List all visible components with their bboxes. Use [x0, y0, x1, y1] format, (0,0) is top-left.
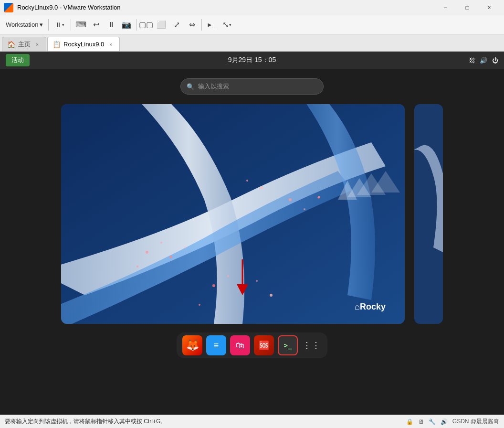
appgrid-icon: ⋮⋮: [303, 340, 321, 351]
wallpaper-container: ⌂Rocky: [0, 99, 504, 329]
svg-point-12: [289, 198, 292, 201]
gnome-dock: 🦊 ≡ 🛍 🆘 >_ ⋮⋮: [0, 329, 504, 362]
svg-point-6: [212, 284, 215, 287]
window-controls: − □ ×: [434, 0, 500, 15]
toolbar-separator-3: [136, 19, 136, 31]
dock-container: 🦊 ≡ 🛍 🆘 >_ ⋮⋮: [177, 332, 327, 358]
activities-button[interactable]: 活动: [6, 54, 30, 66]
files-icon: ≡: [214, 341, 219, 351]
home-tab-close[interactable]: ×: [33, 41, 41, 48]
network-icon: ⛓: [469, 57, 475, 64]
side-wallpaper-svg: [414, 104, 443, 324]
revert-icon: ↩: [93, 20, 99, 29]
svg-point-4: [184, 246, 186, 248]
lock-icon: 🔒: [406, 418, 413, 425]
home-tab-icon: 🏠: [7, 41, 15, 48]
user-label: GSDN @晨晨酱奇: [452, 417, 499, 426]
title-bar: RockyLinux9.0 - VMware Workstation − □ ×: [0, 0, 504, 15]
dock-appgrid[interactable]: ⋮⋮: [302, 335, 322, 355]
suspend-icon: ⏸: [107, 21, 115, 29]
tab-bar: 🏠 主页 × 📋 RockyLinux9.0 ×: [0, 34, 504, 52]
gnome-systray: ⛓ 🔊 ⏻: [469, 57, 498, 64]
software-icon: 🛍: [236, 341, 244, 351]
terminal-view-icon: ▶_: [208, 21, 216, 28]
volume-status-icon: 🔊: [441, 418, 448, 425]
send-ctrl-alt-del-button[interactable]: ⌨: [74, 18, 88, 32]
minimize-button[interactable]: −: [434, 0, 456, 15]
toolbar-separator-1: [48, 19, 49, 31]
split-view-button[interactable]: ▢▢: [139, 18, 153, 32]
svg-marker-19: [237, 284, 248, 295]
gnome-search-area: 🔍 输入以搜索: [0, 69, 504, 99]
svg-point-14: [318, 196, 320, 199]
mirror-icon: ⇔: [189, 20, 195, 29]
fullscreen-button[interactable]: ⤡ ▾: [220, 18, 234, 32]
split-view-icon: ▢▢: [139, 20, 153, 29]
suspend-button[interactable]: ⏸: [104, 18, 118, 32]
snapshot-icon: 📷: [122, 20, 131, 29]
pause-button[interactable]: ⏸ ▾: [51, 18, 68, 32]
dock-help[interactable]: 🆘: [254, 335, 274, 355]
vm-content[interactable]: 活动 9月29日 15：05 ⛓ 🔊 ⏻ 🔍 输入以搜索: [0, 52, 504, 415]
svg-point-3: [170, 256, 172, 258]
svg-point-15: [246, 180, 248, 182]
svg-point-13: [304, 208, 305, 210]
svg-point-16: [260, 186, 263, 189]
search-placeholder: 输入以搜索: [198, 82, 229, 91]
stretch-button[interactable]: ⤢: [169, 18, 184, 32]
settings-icon: 🔧: [429, 418, 436, 425]
stretch-icon: ⤢: [174, 20, 180, 29]
dock-files[interactable]: ≡: [206, 335, 226, 355]
volume-icon: 🔊: [480, 57, 487, 64]
fullscreen-dropdown: ▾: [229, 22, 231, 27]
home-tab-label: 主页: [18, 40, 31, 49]
gnome-clock: 9月29日 15：05: [228, 56, 276, 64]
fit-button[interactable]: ⬜: [154, 18, 168, 32]
dock-software[interactable]: 🛍: [230, 335, 250, 355]
svg-point-5: [136, 266, 138, 268]
toolbar-separator-2: [71, 19, 71, 31]
revert-button[interactable]: ↩: [89, 18, 103, 32]
mirror-button[interactable]: ⇔: [185, 18, 199, 32]
help-icon: 🆘: [259, 340, 269, 351]
terminal-icon: >_: [284, 342, 292, 349]
rocky-tab-label: RockyLinux9.0: [63, 41, 104, 48]
status-bar: 要将输入定向到该虚拟机，请将鼠标指针移入其中或按 Ctrl+G。 🔒 🖥 🔧 🔊…: [0, 415, 504, 428]
tab-rocky[interactable]: 📋 RockyLinux9.0 ×: [47, 37, 120, 51]
title-bar-text: RockyLinux9.0 - VMware Workstation: [17, 4, 434, 11]
gnome-topbar: 活动 9月29日 15：05 ⛓ 🔊 ⏻: [0, 52, 504, 69]
rocky-tab-icon: 📋: [52, 41, 61, 48]
vm-wallpaper-side: [414, 104, 443, 324]
fit-icon: ⬜: [157, 20, 166, 29]
status-right-area: 🔒 🖥 🔧 🔊 GSDN @晨晨酱奇: [406, 417, 499, 426]
pause-dropdown: ▾: [62, 22, 64, 27]
maximize-button[interactable]: □: [456, 0, 478, 15]
svg-point-1: [146, 251, 148, 254]
workstation-label: Workstation: [6, 21, 38, 28]
pause-icon: ⏸: [55, 21, 62, 29]
rocky-tab-close[interactable]: ×: [107, 41, 115, 48]
gnome-search-box[interactable]: 🔍 输入以搜索: [180, 78, 324, 95]
svg-point-11: [199, 304, 200, 306]
svg-point-10: [270, 294, 273, 297]
search-icon: 🔍: [187, 83, 194, 90]
power-icon: ⏻: [492, 57, 498, 64]
dock-firefox[interactable]: 🦊: [182, 335, 202, 355]
workstation-menu[interactable]: Workstation ▾: [3, 17, 46, 32]
terminal-view-button[interactable]: ▶_: [204, 18, 219, 32]
arrow-indicator: [228, 259, 257, 298]
svg-point-2: [160, 242, 162, 244]
firefox-icon: 🦊: [186, 339, 199, 352]
vmware-logo: [4, 3, 13, 12]
monitor-icon: 🖥: [418, 418, 424, 425]
status-message: 要将输入定向到该虚拟机，请将鼠标指针移入其中或按 Ctrl+G。: [5, 417, 166, 426]
workstation-dropdown-arrow: ▾: [40, 21, 43, 28]
svg-text:⌂Rocky: ⌂Rocky: [355, 302, 386, 311]
fullscreen-icon: ⤡: [222, 20, 229, 29]
vm-wallpaper[interactable]: ⌂Rocky: [61, 104, 405, 324]
keyboard-icon: ⌨: [75, 20, 86, 29]
close-button[interactable]: ×: [478, 0, 500, 15]
dock-terminal[interactable]: >_: [278, 335, 298, 355]
snapshot-button[interactable]: 📷: [119, 18, 134, 32]
tab-home[interactable]: 🏠 主页 ×: [2, 37, 46, 51]
